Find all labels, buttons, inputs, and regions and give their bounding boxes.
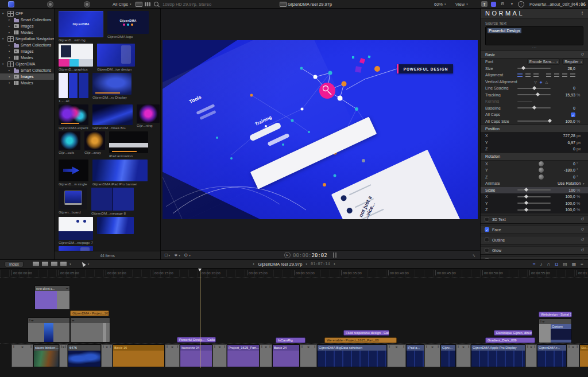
connected-clip[interactable]: Webdesign - Spiral St... [539,312,572,317]
toggle-section-3d-text[interactable]: 3D Text↺ [481,215,588,224]
align-icon-0[interactable] [517,73,523,77]
section-header-rotation[interactable]: Rotation [481,153,588,161]
viewer-canvas[interactable]: Tools Training not just a ...v [163,40,478,219]
font-style-dropdown[interactable]: Regulier▾ [562,59,584,65]
project-title[interactable]: GijzenDMA reel 29.97p [288,0,332,8]
search-button[interactable] [154,0,158,8]
timeline-clip[interactable]: iPad a... [406,344,424,367]
marker-index-icon[interactable]: ▤ [563,262,567,267]
rotation-dial[interactable] [538,174,544,180]
clip-appearance-icon[interactable] [136,0,142,8]
sidebar-item-movies[interactable]: ▾Movies [0,80,54,86]
timeline-clip[interactable]: 6476 [68,344,101,367]
browser-clip[interactable]: GijzenDM...rtises BG [92,104,133,130]
connected-clip[interactable]: Dominique Gijzen, directe... [494,330,532,336]
timeline-clip[interactable]: Isometric 04 [180,344,212,367]
browser-clip[interactable]: Gijzen...board [59,188,87,215]
slider-thumb[interactable] [532,86,536,90]
browser-clip[interactable]: GijzenDM...ive design [97,44,135,71]
connected-clip[interactable]: Gradient_Dark_009 [485,337,535,343]
slider-track[interactable] [517,88,551,89]
toggle-section-outline[interactable]: Outline↺ [481,236,588,244]
timeline-clip[interactable]: Sto... [579,344,588,367]
fullscreen-button[interactable]: ↔ [472,252,477,258]
browser-clip[interactable]: iPad animation [109,131,148,158]
slider-thumb[interactable] [548,119,552,123]
connected-clip[interactable]: Fluid responsive design - Cal... [343,330,389,336]
timecode-value[interactable]: 20:02 [312,252,327,258]
sidebar-item-images[interactable]: ▾Images [0,48,54,55]
sidebar-item-movies[interactable]: ▾Movies [0,55,54,61]
slider-thumb[interactable] [524,188,528,192]
browser-clip[interactable]: GijzenD...w single [59,160,88,186]
disclosure-icon[interactable]: ▸ [9,25,12,28]
info-inspector-tab[interactable]: i [518,1,524,7]
browser-clip[interactable]: GijzenDMAGijzenDMA logo [107,11,149,42]
clip-filter-dropdown[interactable]: All Clips▾ [113,0,131,8]
slider-track[interactable] [517,94,551,95]
title-inspector-tab[interactable] [490,1,497,7]
checkbox[interactable] [485,248,489,252]
sidebar-library[interactable]: ▾GijzenDMA [0,61,54,67]
slider-track[interactable] [517,121,551,122]
disclosure-icon[interactable]: ▾ [9,81,12,84]
align-icon-2[interactable] [533,73,539,77]
crop-tool-dropdown[interactable]: □▾ [165,252,170,258]
connected-clip[interactable]: new client c...◂▸ [34,285,70,310]
disclosure-icon[interactable]: ▸ [9,44,12,46]
callout-powerful-design[interactable]: POWERFUL DESIGN [397,64,453,73]
connected-clip[interactable]: GijzenDMA - Project_1625_... [70,310,109,316]
checkbox[interactable] [485,217,489,221]
index-button[interactable]: Index [5,261,24,267]
disclosure-icon[interactable]: ▾ [2,37,6,40]
transition-clip[interactable]: ‖◂▸‖ [101,344,113,367]
overwrite-edit-icon[interactable] [60,262,67,266]
skimming-icon[interactable]: ≈ [533,262,535,267]
audio-meters-icon[interactable] [333,252,336,258]
disclosure-icon[interactable]: ▸ [9,18,12,21]
audio-skimming-icon[interactable]: ♪ [540,262,542,267]
import-media-icon[interactable] [47,0,53,8]
text-inspector-tab[interactable]: T [481,1,488,7]
disclosure-icon[interactable]: ▾ [2,63,6,65]
align-icon-4[interactable] [554,73,559,77]
font-family-dropdown[interactable]: Encode Sans...▾ [527,59,560,65]
disclosure-icon[interactable]: ▾ [9,50,12,53]
browser-clip[interactable]: GijzenDMAGijzenD...with bg [59,11,103,42]
title-style-header[interactable]: NORMAL ▲▼ [481,8,588,18]
transition-clip[interactable]: ‖◂▸‖ [11,344,33,367]
sidebar-item-smart-collections[interactable]: ▸Smart Collections [0,42,54,48]
browser-clip[interactable]: GijzenDM...mepage 8 [91,188,134,215]
slider-thumb[interactable] [521,66,525,70]
textbox-resize-handle[interactable]: ··· [481,45,588,50]
connected-clip[interactable]: ‖ ◂▸Custom [539,318,572,343]
timeline-clip[interactable]: Basic 24 [272,344,300,367]
transition-clip[interactable]: ‖◂▸‖ [260,344,272,367]
rotation-dial[interactable] [538,167,544,173]
slider-thumb[interactable] [524,208,528,212]
toggle-section-glow[interactable]: Glow↺ [481,246,588,255]
slider-thumb[interactable] [524,201,528,205]
timeline-project-name[interactable]: GijzenDMA reel 29.97p [258,262,302,267]
insert-edit-icon[interactable] [42,262,48,266]
transition-clip[interactable]: ‖◂▸‖ [567,344,579,367]
previous-project-icon[interactable]: ‹ [253,261,254,267]
sidebar-library[interactable]: ▾CFF [0,10,54,17]
retime-dropdown[interactable]: ⊙▾ [184,252,191,258]
valign-icon-1[interactable]: ◈ [540,80,543,84]
filmstrip-view-icon[interactable] [145,0,150,8]
view-dropdown[interactable]: View▾ [455,0,468,8]
connected-clip[interactable]: InCamRig [276,337,305,343]
timeline-clip[interactable]: Project_1625_Part... [227,344,260,367]
section-header-position[interactable]: Position [481,125,588,133]
browser-clip[interactable]: Gijz...ning [137,104,160,130]
source-text-field[interactable]: Powerful Design [485,26,583,45]
reset-icon[interactable]: ↺ [581,227,584,232]
browser-clip[interactable]: GijzenDMA expertises [59,104,88,130]
slider-track[interactable] [517,209,551,211]
timeline-clip[interactable]: GijzenDMA Apple Pro Display [471,344,525,367]
sidebar-item-images[interactable]: ▸Images [0,23,54,29]
play-icon[interactable]: ▶ [284,252,291,258]
zoom-dropdown[interactable]: 60%▾ [434,0,446,8]
reset-icon[interactable]: ↺ [581,238,584,242]
